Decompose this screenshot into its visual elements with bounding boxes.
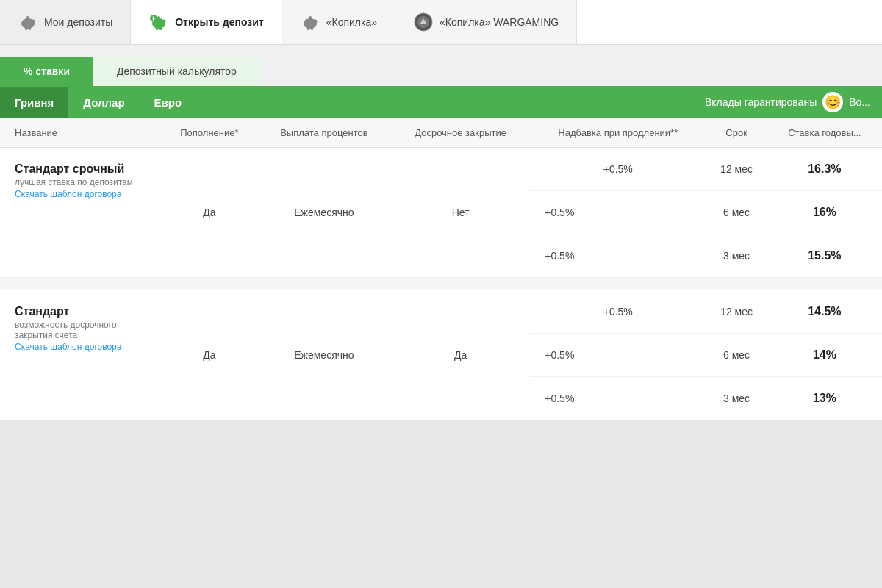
rate-value: 16% [813, 206, 836, 218]
deposit-bonus-0-0: +0.5% [530, 148, 706, 191]
deposit-term-0-2: 3 мес [706, 234, 767, 278]
table-row: Стандарт возможность досрочного закрытия… [0, 290, 882, 334]
more-text: Во... [849, 96, 870, 108]
col-header-rate: Ставка годовы... [767, 118, 882, 148]
guarantee-text: Вклады гарантированы [705, 96, 817, 108]
table-spacer-row [0, 278, 882, 290]
deposit-name-cell-1: Стандарт возможность досрочного закрытия… [0, 290, 162, 420]
rate-value: 13% [813, 392, 836, 404]
currency-uah[interactable]: Гривня [0, 87, 68, 118]
deposit-term-1-0: 12 мес [706, 290, 767, 334]
deposit-rate-0-0: 16.3% [767, 148, 882, 191]
svg-point-14 [313, 20, 317, 24]
svg-rect-17 [311, 27, 313, 30]
deposit-early-close-0: Нет [391, 148, 530, 278]
deposit-replenishment-0: Да [162, 148, 257, 278]
deposit-replenishment-1: Да [162, 290, 257, 420]
nav-label-open-deposit: Открыть депозит [175, 16, 264, 28]
deposit-bonus-1-2: +0.5% [530, 377, 706, 420]
table-header-row: Название Пополнение* Выплата процентов Д… [0, 118, 882, 148]
deposit-payment-0: Ежемесячно [257, 148, 391, 278]
deposit-term-0-1: 6 мес [706, 191, 767, 234]
rate-value: 15.5% [808, 249, 841, 262]
nav-item-open-deposit[interactable]: Открыть депозит [131, 0, 282, 44]
svg-point-6 [162, 20, 166, 24]
deposit-name-cell-0: Стандарт срочный лучшая ставка по депози… [0, 148, 162, 278]
deposit-payment-1: Ежемесячно [257, 290, 391, 420]
rate-value: 14% [813, 348, 836, 361]
deposits-table: Название Пополнение* Выплата процентов Д… [0, 118, 882, 420]
nav-label-kopilka: «Копилка» [326, 16, 377, 28]
deposit-bonus-0-2: +0.5% [530, 234, 706, 278]
deposit-rate-1-2: 13% [767, 377, 882, 420]
table-row: Стандарт срочный лучшая ставка по депози… [0, 148, 882, 191]
piggy-plus-icon [148, 12, 169, 32]
col-header-bonus: Надбавка при продлении** [530, 118, 706, 148]
nav-item-my-deposits[interactable]: Мои депозиты [0, 0, 131, 44]
main-content: % ставки Депозитный калькулятор Гривня Д… [0, 45, 882, 420]
svg-rect-3 [25, 27, 27, 30]
deposit-bonus-1-0: +0.5% [530, 290, 706, 334]
deposit-link[interactable]: Скачать шаблон договора [15, 189, 154, 199]
tab-rates[interactable]: % ставки [0, 57, 93, 86]
col-header-term: Срок [706, 118, 767, 148]
nav-item-kopilka-wargaming[interactable]: «Копилка» WARGAMING [395, 0, 577, 44]
currency-bar: Гривня Доллар Евро Вклады гарантированы … [0, 86, 882, 118]
deposit-term-1-2: 3 мес [706, 377, 767, 420]
deposit-subtitle: возможность досрочного закрытия счета [15, 320, 154, 340]
deposit-name: Стандарт [15, 305, 69, 318]
piggy-icon [18, 12, 38, 32]
deposit-link[interactable]: Скачать шаблон договора [15, 342, 154, 352]
deposit-subtitle: лучшая ставка по депозитам [15, 177, 154, 187]
svg-rect-4 [29, 27, 31, 30]
deposit-bonus-1-1: +0.5% [530, 334, 706, 377]
guarantee-badge: 😊 [822, 92, 843, 112]
kopilka-icon [300, 12, 320, 32]
nav-label-my-deposits: Мои депозиты [44, 16, 112, 28]
deposits-table-wrapper: Название Пополнение* Выплата процентов Д… [0, 118, 882, 420]
deposit-term-0-0: 12 мес [706, 148, 767, 191]
col-header-early-close: Досрочное закрытие [391, 118, 530, 148]
deposit-rate-1-1: 14% [767, 334, 882, 377]
sub-tabs: % ставки Депозитный калькулятор [0, 57, 882, 86]
svg-rect-16 [307, 27, 309, 30]
top-navigation: Мои депозиты Открыть депозит [0, 0, 882, 45]
deposit-name: Стандарт срочный [15, 162, 124, 175]
rate-value: 16.3% [808, 162, 841, 175]
deposit-term-1-1: 6 мес [706, 334, 767, 377]
svg-point-1 [32, 20, 35, 24]
deposit-rate-0-2: 15.5% [767, 234, 882, 278]
nav-label-kopilka-wargaming: «Копилка» WARGAMING [440, 16, 559, 28]
svg-rect-8 [156, 27, 158, 30]
svg-rect-2 [26, 16, 29, 20]
svg-rect-15 [309, 16, 312, 20]
col-header-name: Название [0, 118, 162, 148]
col-header-replenishment: Пополнение* [162, 118, 257, 148]
svg-rect-7 [157, 16, 160, 20]
currency-eur[interactable]: Евро [140, 87, 197, 118]
svg-rect-9 [159, 27, 162, 30]
deposit-rate-0-1: 16% [767, 191, 882, 234]
tab-calculator[interactable]: Депозитный калькулятор [93, 57, 260, 86]
deposit-early-close-1: Да [391, 290, 530, 420]
col-header-payment-schedule: Выплата процентов [257, 118, 391, 148]
guarantee-area: Вклады гарантированы 😊 Во... [705, 92, 882, 112]
svg-rect-12 [153, 16, 154, 21]
nav-item-kopilka[interactable]: «Копилка» [282, 0, 395, 44]
wargaming-icon [413, 12, 434, 32]
rate-value: 14.5% [808, 305, 841, 318]
deposit-rate-1-0: 14.5% [767, 290, 882, 334]
deposit-bonus-0-1: +0.5% [530, 191, 706, 234]
currency-usd[interactable]: Доллар [68, 87, 139, 118]
